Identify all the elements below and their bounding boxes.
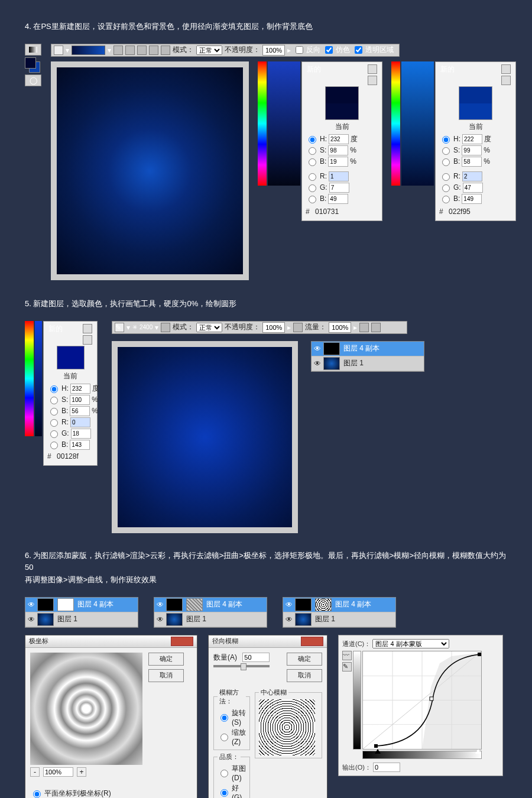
r-input[interactable] xyxy=(70,417,90,427)
visibility-icon[interactable]: 👁 xyxy=(154,615,166,624)
h-radio[interactable] xyxy=(50,385,58,393)
linear-gradient-icon[interactable] xyxy=(113,46,123,55)
amount-slider[interactable] xyxy=(241,663,246,670)
tablet-size-icon[interactable] xyxy=(371,323,381,332)
visibility-icon[interactable]: 👁 xyxy=(312,345,323,353)
brush-tool-icon[interactable]: ✎ xyxy=(115,323,124,332)
hue-bar[interactable] xyxy=(258,61,267,186)
r-radio[interactable] xyxy=(442,173,450,181)
cancel-button[interactable]: 取消 xyxy=(287,669,322,682)
curve-draw-icon[interactable]: 〰 xyxy=(342,651,352,660)
pencil-draw-icon[interactable]: ✎ xyxy=(342,662,352,672)
sb-field[interactable] xyxy=(401,61,434,186)
r-input[interactable] xyxy=(329,171,349,181)
r-input[interactable] xyxy=(462,171,482,181)
tool-preset-icon[interactable] xyxy=(54,46,63,55)
b-input[interactable] xyxy=(328,157,348,167)
layer-row[interactable]: 👁图层 4 副本 xyxy=(154,598,267,612)
opacity-input[interactable] xyxy=(262,45,285,56)
h-input[interactable] xyxy=(70,384,90,394)
spin-radio[interactable] xyxy=(220,714,228,722)
bv-input[interactable] xyxy=(462,194,482,204)
zoom-in-icon[interactable]: + xyxy=(77,767,86,777)
add-swatch-icon[interactable] xyxy=(501,76,511,85)
s-radio[interactable] xyxy=(309,147,316,155)
layer-row[interactable]: 👁图层 1 xyxy=(283,612,395,627)
blur-center-preview[interactable] xyxy=(259,699,315,755)
close-icon[interactable] xyxy=(301,637,323,646)
sb-field[interactable] xyxy=(268,61,300,186)
channel-select[interactable]: 图层 4 副本蒙版 xyxy=(372,639,449,648)
b-radio[interactable] xyxy=(309,158,316,166)
rect-to-polar-radio[interactable] xyxy=(33,790,41,798)
add-swatch-icon[interactable] xyxy=(83,335,92,345)
bv-radio[interactable] xyxy=(309,196,316,203)
visibility-icon[interactable]: 👁 xyxy=(25,615,37,624)
radial-gradient-icon[interactable] xyxy=(125,46,135,55)
mode-select[interactable]: 正常 xyxy=(196,323,222,332)
visibility-icon[interactable]: 👁 xyxy=(154,601,166,609)
gradient-tool-icon[interactable] xyxy=(25,44,41,56)
flow-input[interactable] xyxy=(329,322,351,333)
angle-gradient-icon[interactable] xyxy=(137,46,147,55)
layer-row[interactable]: 👁图层 1 xyxy=(25,612,138,627)
zoom-radio[interactable] xyxy=(220,734,228,741)
bv-radio[interactable] xyxy=(442,196,450,203)
close-icon[interactable] xyxy=(171,637,193,646)
b-input[interactable] xyxy=(70,406,90,416)
quickmask-icon[interactable]: ◯ xyxy=(25,74,41,86)
hue-bar[interactable] xyxy=(25,321,34,436)
tablet-opacity-icon[interactable] xyxy=(293,323,303,332)
reverse-checkbox[interactable] xyxy=(296,46,303,54)
hue-bar[interactable] xyxy=(391,61,400,186)
dither-checkbox[interactable] xyxy=(325,46,333,54)
g-radio[interactable] xyxy=(50,430,58,438)
g-input[interactable] xyxy=(329,183,349,193)
h-input[interactable] xyxy=(329,134,349,144)
amount-input[interactable] xyxy=(242,653,270,662)
picker-tool-icon[interactable] xyxy=(368,64,377,74)
r-radio[interactable] xyxy=(309,173,316,181)
bv-radio[interactable] xyxy=(50,442,58,449)
transparency-checkbox[interactable] xyxy=(355,46,362,54)
visibility-icon[interactable]: 👁 xyxy=(283,615,295,624)
brush-panel-icon[interactable] xyxy=(161,323,170,332)
layer-row[interactable]: 👁图层 4 副本 xyxy=(25,598,138,612)
bv-input[interactable] xyxy=(328,194,348,204)
visibility-icon[interactable]: 👁 xyxy=(312,359,323,368)
h-input[interactable] xyxy=(462,134,482,144)
picker-tool-icon[interactable] xyxy=(83,324,92,333)
ok-button[interactable]: 确定 xyxy=(287,653,322,666)
picker-tool-icon[interactable] xyxy=(501,64,511,74)
layer-row[interactable]: 👁 图层 4 副本 xyxy=(312,342,424,356)
g-input[interactable] xyxy=(463,183,483,193)
diamond-gradient-icon[interactable] xyxy=(161,46,170,55)
s-radio[interactable] xyxy=(50,397,58,404)
fg-bg-swatch[interactable] xyxy=(25,57,40,73)
reflected-gradient-icon[interactable] xyxy=(149,46,158,55)
cancel-button[interactable]: 取消 xyxy=(148,669,184,682)
g-radio[interactable] xyxy=(309,184,316,192)
s-input[interactable] xyxy=(70,395,90,405)
opacity-input[interactable] xyxy=(262,322,285,333)
h-radio[interactable] xyxy=(309,136,316,144)
r-radio[interactable] xyxy=(50,419,58,427)
sb-field[interactable] xyxy=(35,321,42,436)
layer-row[interactable]: 👁图层 1 xyxy=(154,612,267,627)
s-input[interactable] xyxy=(328,145,348,155)
add-swatch-icon[interactable] xyxy=(368,76,377,85)
good-radio[interactable] xyxy=(220,789,228,797)
g-radio[interactable] xyxy=(442,184,450,192)
b-radio[interactable] xyxy=(50,408,58,416)
h-radio[interactable] xyxy=(442,136,450,144)
zoom-out-icon[interactable]: - xyxy=(30,767,40,777)
curve-graph[interactable] xyxy=(362,651,482,750)
visibility-icon[interactable]: 👁 xyxy=(283,601,295,609)
mode-select[interactable]: 正常 xyxy=(196,46,222,55)
visibility-icon[interactable]: 👁 xyxy=(25,601,37,609)
white-point-slider[interactable] xyxy=(475,749,481,754)
layer-row[interactable]: 👁 图层 1 xyxy=(312,356,424,371)
layer-row[interactable]: 👁图层 4 副本 xyxy=(283,598,395,612)
zoom-input[interactable] xyxy=(43,767,73,777)
b-radio[interactable] xyxy=(442,158,450,166)
